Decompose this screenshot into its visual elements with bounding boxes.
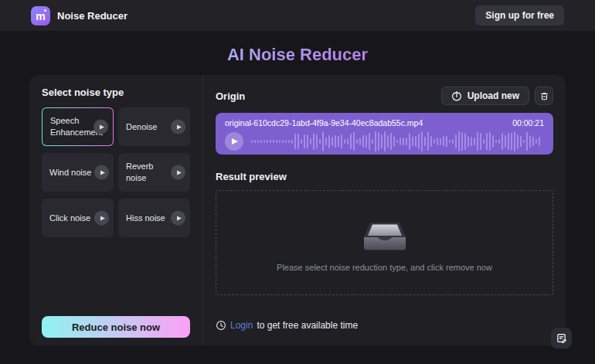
player-play-button[interactable] — [225, 132, 243, 151]
noise-panel-heading: Select noise type — [42, 87, 190, 98]
origin-audio-player: original-610cdc29-1abd-4f9a-9e34-40ec8ad… — [216, 113, 553, 155]
result-preview-dropzone: Please select noise reduction type, and … — [216, 190, 553, 295]
play-icon — [232, 138, 238, 145]
play-sample-icon[interactable] — [94, 211, 109, 226]
clock-icon — [216, 320, 226, 331]
noise-option-label: Hiss noise — [126, 213, 165, 224]
upload-icon — [451, 90, 462, 101]
empty-inbox-icon — [362, 214, 407, 253]
play-sample-icon[interactable] — [94, 120, 108, 134]
noise-option-label: Click noise — [49, 213, 90, 224]
app-window: m Noise Reducer Sign up for free AI Nois… — [0, 0, 595, 364]
main-card: Select noise type Speech Enhancement Den… — [29, 75, 566, 345]
login-link[interactable]: Login — [230, 320, 253, 331]
upload-new-label: Upload new — [468, 90, 519, 101]
login-hint-row: Login to get free available time — [216, 320, 553, 331]
noise-option-label: Reverb noise — [126, 161, 170, 184]
trash-icon — [539, 91, 549, 101]
noise-option-reverb-noise[interactable]: Reverb noise — [118, 153, 190, 192]
brand-logo-icon[interactable]: m — [31, 6, 50, 26]
waveform[interactable] — [251, 131, 544, 152]
origin-header: Origin Upload new — [216, 87, 553, 105]
play-sample-icon[interactable] — [171, 165, 185, 180]
noise-grid: Speech Enhancement Denoise Wind noise Re… — [42, 107, 190, 237]
page-title: AI Noise Reducer — [0, 45, 595, 65]
play-sample-icon[interactable] — [94, 165, 109, 180]
noise-option-wind-noise[interactable]: Wind noise — [42, 153, 114, 192]
navbar: m Noise Reducer Sign up for free — [0, 0, 595, 31]
play-sample-icon[interactable] — [171, 120, 185, 134]
audio-filename: original-610cdc29-1abd-4f9a-9e34-40ec8ad… — [225, 118, 423, 128]
result-heading: Result preview — [216, 171, 553, 182]
feedback-button[interactable] — [551, 328, 572, 349]
upload-new-button[interactable]: Upload new — [441, 87, 529, 105]
play-sample-icon[interactable] — [171, 211, 185, 226]
noise-option-speech-enhancement[interactable]: Speech Enhancement — [42, 107, 114, 146]
signup-button[interactable]: Sign up for free — [475, 5, 564, 26]
login-hint-text: to get free available time — [257, 320, 358, 331]
noise-option-click-noise[interactable]: Click noise — [42, 199, 114, 237]
delete-file-button[interactable] — [535, 87, 553, 105]
noise-option-label: Wind noise — [49, 167, 91, 179]
logo-letter: m — [36, 11, 45, 22]
workspace-panel: Origin Upload new — [202, 75, 566, 345]
empty-state-message: Please select noise reduction type, and … — [277, 263, 492, 272]
noise-option-denoise[interactable]: Denoise — [118, 107, 190, 146]
feedback-note-icon — [556, 332, 567, 344]
noise-type-panel: Select noise type Speech Enhancement Den… — [29, 75, 202, 345]
noise-option-label: Denoise — [126, 121, 157, 133]
audio-duration: 00:00:21 — [512, 118, 544, 128]
reduce-noise-button[interactable]: Reduce noise now — [42, 316, 190, 338]
origin-heading: Origin — [216, 90, 245, 102]
brand-title: Noise Reducer — [57, 10, 128, 22]
noise-option-hiss-noise[interactable]: Hiss noise — [118, 199, 190, 237]
